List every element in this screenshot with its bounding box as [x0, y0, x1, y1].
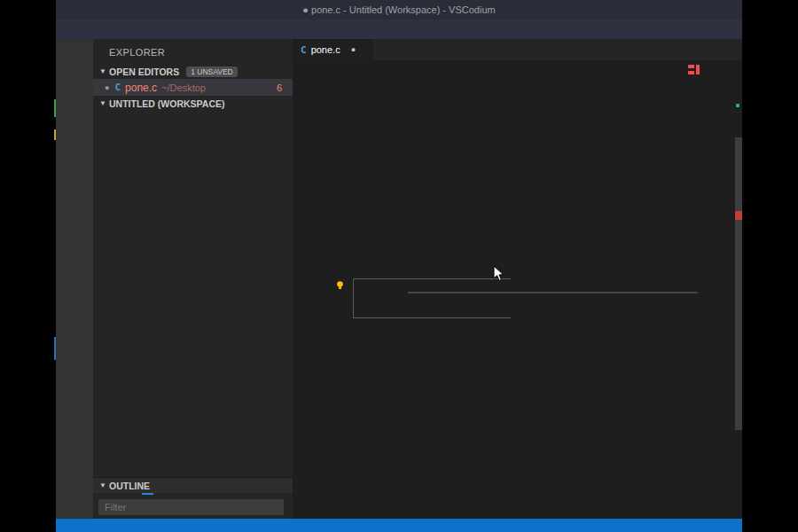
editor-group: C pone.c ● — [293, 39, 742, 519]
autocomplete-popup — [408, 292, 698, 293]
activity-bar — [56, 39, 93, 519]
status-bar — [56, 519, 742, 532]
open-editor-filename: pone.c — [125, 82, 157, 94]
chevron-down-icon: ▼ — [97, 481, 109, 489]
current-line-box — [353, 278, 511, 318]
minimap-error-mark — [688, 71, 694, 74]
window-title: ● pone.c - Untitled (Workspace) - VSCodi… — [56, 4, 742, 15]
chevron-down-icon: ▼ — [97, 99, 109, 107]
problems-count: 6 — [277, 82, 282, 93]
lightbulb-icon[interactable] — [335, 280, 345, 290]
editor-scrollbar[interactable] — [735, 60, 742, 519]
scrollbar-slider[interactable] — [735, 137, 742, 430]
vscodium-window: ● pone.c - Untitled (Workspace) - VSCodi… — [56, 0, 742, 532]
tab-bar: C pone.c ● — [293, 39, 742, 60]
code-editor[interactable] — [293, 60, 742, 519]
outline-section: ▼ OUTLINE — [93, 477, 293, 519]
titlebar: ● pone.c - Untitled (Workspace) - VSCodi… — [56, 0, 742, 20]
menubar — [56, 20, 742, 39]
c-file-icon: C — [301, 44, 307, 56]
outline-filter-input[interactable] — [98, 499, 284, 515]
minimap[interactable] — [687, 60, 735, 519]
overview-error-mark — [735, 211, 742, 220]
open-editors-header[interactable]: ▼ OPEN EDITORS 1 UNSAVED — [93, 64, 293, 79]
tab-pone-c[interactable]: C pone.c ● — [293, 39, 374, 60]
open-editor-item[interactable]: ● C pone.c ~/Desktop 6 — [93, 79, 293, 96]
c-file-icon: C — [114, 82, 121, 93]
outline-progress — [142, 493, 153, 495]
open-editor-path: ~/Desktop — [161, 82, 206, 93]
outline-header[interactable]: ▼ OUTLINE — [93, 478, 293, 493]
modified-dot-icon: ● — [105, 83, 109, 92]
explorer-sidebar: EXPLORER ▼ OPEN EDITORS 1 UNSAVED ● C po… — [93, 39, 293, 519]
chevron-down-icon: ▼ — [97, 67, 109, 75]
overview-green-mark — [736, 104, 739, 107]
modified-dot-icon: ● — [351, 45, 356, 54]
unsaved-badge: 1 UNSAVED — [186, 66, 238, 77]
editor-actions — [730, 39, 742, 60]
sidebar-title: EXPLORER — [93, 39, 293, 64]
desktop: ● pone.c - Untitled (Workspace) - VSCodi… — [0, 0, 798, 532]
minimap-error-mark — [696, 65, 700, 74]
minimap-error-mark — [688, 65, 694, 68]
workspace-header[interactable]: ▼ UNTITLED (WORKSPACE) — [93, 96, 293, 111]
